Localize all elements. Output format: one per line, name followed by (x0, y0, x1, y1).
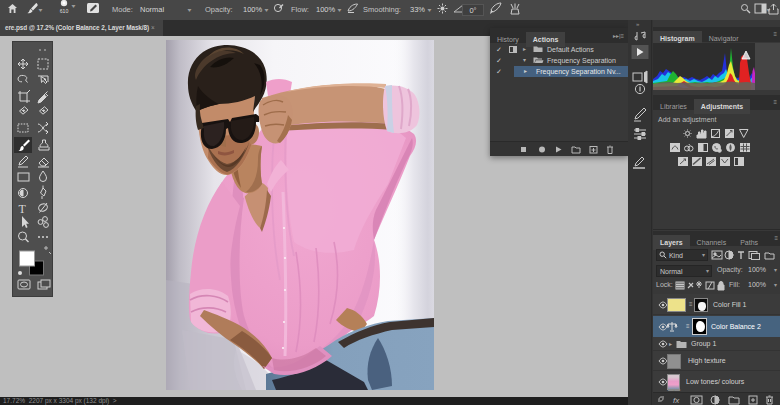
svg-text:610: 610 (60, 8, 69, 14)
svg-text:T: T (19, 202, 27, 216)
svg-text:fx: fx (673, 396, 680, 405)
